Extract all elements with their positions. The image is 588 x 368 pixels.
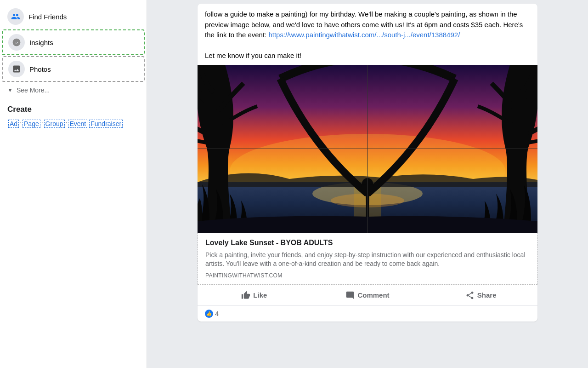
post-card: follow a guide to make a painting) for m…	[198, 4, 537, 322]
link-preview-card[interactable]: Lovely Lake Sunset - BYOB ADULTS Pick a …	[198, 233, 537, 285]
share-label: Share	[477, 291, 497, 299]
see-more-label: See More...	[17, 86, 50, 94]
link-preview-content: Lovely Lake Sunset - BYOB ADULTS Pick a …	[198, 233, 537, 284]
painting-svg	[198, 65, 537, 233]
reactions-row: 👍 4	[198, 305, 537, 322]
create-fundraiser-link[interactable]: Fundraiser	[89, 120, 123, 128]
link-preview-description: Pick a painting, invite your friends, an…	[205, 251, 530, 269]
like-button[interactable]: Like	[199, 287, 309, 304]
see-more-button[interactable]: ▼ See More...	[0, 83, 147, 98]
reaction-count: 4	[215, 310, 219, 317]
share-icon	[465, 291, 475, 300]
like-label: Like	[253, 291, 267, 299]
main-content: follow a guide to make a painting) for m…	[147, 0, 588, 368]
link-preview-url: PAINTINGWITHATWIST.COM	[205, 272, 530, 279]
photos-icon	[8, 61, 25, 77]
insights-icon	[8, 34, 25, 51]
find-friends-icon	[7, 8, 24, 25]
insights-label: Insights	[29, 39, 53, 46]
photos-label: Photos	[29, 65, 51, 73]
comment-button[interactable]: Comment	[313, 287, 423, 304]
create-section: Create Ad · Page · Group · Event Fundrai…	[0, 98, 147, 132]
news-feed: follow a guide to make a painting) for m…	[198, 0, 537, 368]
sidebar-item-insights[interactable]: Insights	[2, 29, 145, 55]
post-text: follow a guide to make a painting) for m…	[198, 4, 537, 65]
like-icon	[241, 291, 250, 300]
post-image	[198, 65, 537, 233]
share-button[interactable]: Share	[426, 287, 536, 304]
create-links-container: Ad · Page · Group · Event Fundraiser	[7, 119, 139, 129]
create-ad-link[interactable]: Ad	[8, 120, 19, 128]
link-preview-title: Lovely Lake Sunset - BYOB ADULTS	[205, 239, 530, 247]
comment-label: Comment	[357, 291, 389, 299]
sidebar-item-find-friends[interactable]: Find Friends	[2, 5, 145, 29]
create-page-link[interactable]: Page	[23, 120, 40, 128]
find-friends-label: Find Friends	[28, 13, 67, 21]
create-title: Create	[7, 105, 139, 114]
thumbs-up-reaction: 👍	[205, 310, 213, 318]
post-followup-text: Let me know if you can make it!	[205, 52, 301, 59]
create-event-link[interactable]: Event	[68, 120, 87, 128]
see-more-arrow-icon: ▼	[7, 87, 13, 93]
comment-icon	[345, 291, 355, 300]
event-link[interactable]: https://www.paintingwithatwist.com/.../s…	[268, 31, 460, 39]
left-sidebar: Find Friends Insights Photos ▼ See More.…	[0, 0, 147, 368]
sidebar-item-photos[interactable]: Photos	[2, 56, 145, 82]
create-group-link[interactable]: Group	[44, 120, 65, 128]
post-actions: Like Comment Share	[198, 285, 537, 305]
